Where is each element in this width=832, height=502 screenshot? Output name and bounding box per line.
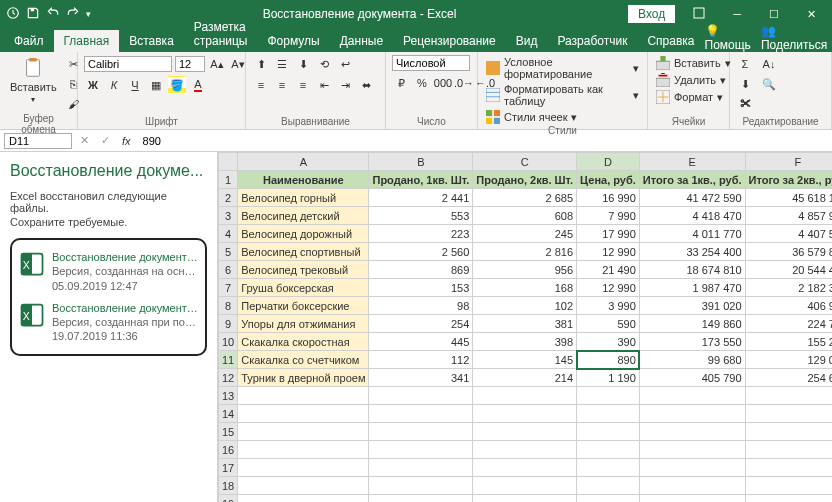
close-icon[interactable]: ✕ bbox=[797, 8, 826, 21]
cell[interactable]: Велосипед трековый bbox=[238, 261, 369, 279]
cell[interactable]: 45 618 150 bbox=[745, 189, 832, 207]
font-size-select[interactable] bbox=[175, 56, 205, 72]
cell[interactable]: Велосипед спортивный bbox=[238, 243, 369, 261]
currency-icon[interactable]: ₽ bbox=[392, 74, 410, 92]
cell[interactable] bbox=[369, 387, 473, 405]
cell[interactable]: Турник в дверной проем bbox=[238, 369, 369, 387]
cell[interactable] bbox=[238, 423, 369, 441]
tab-данные[interactable]: Данные bbox=[330, 30, 393, 52]
fill-color-button[interactable]: 🪣 bbox=[168, 76, 186, 94]
cell[interactable] bbox=[473, 477, 577, 495]
cell[interactable]: 445 bbox=[369, 333, 473, 351]
cell[interactable]: Скакалка со счетчиком bbox=[238, 351, 369, 369]
cell[interactable]: Упоры для отжимания bbox=[238, 315, 369, 333]
cell[interactable] bbox=[745, 495, 832, 503]
redo-icon[interactable] bbox=[66, 6, 80, 22]
cell[interactable]: 2 816 bbox=[473, 243, 577, 261]
cell[interactable]: 168 bbox=[473, 279, 577, 297]
cell[interactable]: 405 790 bbox=[639, 369, 745, 387]
conditional-format-button[interactable]: Условное форматирование ▾ bbox=[484, 55, 641, 81]
cell[interactable] bbox=[639, 405, 745, 423]
tab-разработчик[interactable]: Разработчик bbox=[547, 30, 637, 52]
cell[interactable] bbox=[639, 477, 745, 495]
cell[interactable]: 12 990 bbox=[577, 279, 640, 297]
cell[interactable]: 254 660 bbox=[745, 369, 832, 387]
cell[interactable]: 245 bbox=[473, 225, 577, 243]
col-header[interactable]: A bbox=[238, 153, 369, 171]
cell[interactable] bbox=[473, 459, 577, 477]
row-header[interactable]: 18 bbox=[219, 477, 238, 495]
cell[interactable]: 590 bbox=[577, 315, 640, 333]
cell[interactable]: 4 407 550 bbox=[745, 225, 832, 243]
row-header[interactable]: 13 bbox=[219, 387, 238, 405]
cell[interactable] bbox=[745, 441, 832, 459]
col-header[interactable]: E bbox=[639, 153, 745, 171]
cell[interactable]: 553 bbox=[369, 207, 473, 225]
cell[interactable] bbox=[745, 387, 832, 405]
help-link[interactable]: 💡 Помощь bbox=[705, 24, 751, 52]
cell[interactable]: 153 bbox=[369, 279, 473, 297]
cell[interactable] bbox=[238, 459, 369, 477]
cell[interactable] bbox=[369, 495, 473, 503]
row-header[interactable]: 10 bbox=[219, 333, 238, 351]
cell[interactable]: 17 990 bbox=[577, 225, 640, 243]
align-right-icon[interactable]: ≡ bbox=[294, 76, 312, 94]
cell[interactable]: 956 bbox=[473, 261, 577, 279]
cell[interactable]: 869 bbox=[369, 261, 473, 279]
header-cell[interactable]: Итого за 1кв., руб. bbox=[639, 171, 745, 189]
cell[interactable]: Перчатки боксерские bbox=[238, 297, 369, 315]
cell[interactable]: 4 011 770 bbox=[639, 225, 745, 243]
formula-input[interactable] bbox=[139, 135, 828, 147]
cell[interactable] bbox=[577, 423, 640, 441]
cell[interactable]: 390 bbox=[577, 333, 640, 351]
inc-decimal-icon[interactable]: .0→ bbox=[455, 74, 473, 92]
align-center-icon[interactable]: ≡ bbox=[273, 76, 291, 94]
cell[interactable]: 406 980 bbox=[745, 297, 832, 315]
fx-icon[interactable]: fx bbox=[118, 135, 135, 147]
cell[interactable]: 98 bbox=[369, 297, 473, 315]
col-header[interactable]: B bbox=[369, 153, 473, 171]
cell[interactable]: 41 472 590 bbox=[639, 189, 745, 207]
cell[interactable]: Груша боксерская bbox=[238, 279, 369, 297]
align-middle-icon[interactable]: ☰ bbox=[273, 55, 291, 73]
cell[interactable]: 33 254 400 bbox=[639, 243, 745, 261]
row-header[interactable]: 1 bbox=[219, 171, 238, 189]
tab-главная[interactable]: Главная bbox=[54, 30, 120, 52]
cell[interactable] bbox=[473, 441, 577, 459]
cell[interactable]: Велосипед детский bbox=[238, 207, 369, 225]
cell[interactable] bbox=[745, 477, 832, 495]
number-format-select[interactable] bbox=[392, 55, 470, 71]
row-header[interactable]: 14 bbox=[219, 405, 238, 423]
tab-вид[interactable]: Вид bbox=[506, 30, 548, 52]
row-header[interactable]: 15 bbox=[219, 423, 238, 441]
align-top-icon[interactable]: ⬆ bbox=[252, 55, 270, 73]
col-header[interactable]: F bbox=[745, 153, 832, 171]
cell[interactable]: 381 bbox=[473, 315, 577, 333]
cell[interactable]: 155 220 bbox=[745, 333, 832, 351]
name-box[interactable] bbox=[4, 133, 72, 149]
delete-cells-button[interactable]: Удалить ▾ bbox=[654, 72, 728, 88]
cell[interactable] bbox=[745, 423, 832, 441]
cell[interactable]: 3 990 bbox=[577, 297, 640, 315]
cell[interactable] bbox=[745, 405, 832, 423]
italic-button[interactable]: К bbox=[105, 76, 123, 94]
row-header[interactable]: 5 bbox=[219, 243, 238, 261]
cell[interactable]: 102 bbox=[473, 297, 577, 315]
col-header[interactable]: D bbox=[577, 153, 640, 171]
enter-formula-icon[interactable]: ✓ bbox=[97, 134, 114, 147]
cell[interactable] bbox=[577, 405, 640, 423]
wrap-text-icon[interactable]: ↩ bbox=[336, 55, 354, 73]
underline-button[interactable]: Ч bbox=[126, 76, 144, 94]
cell[interactable]: 224 790 bbox=[745, 315, 832, 333]
cell[interactable]: 16 990 bbox=[577, 189, 640, 207]
cell[interactable]: 341 bbox=[369, 369, 473, 387]
recovery-item[interactable]: XВосстановление документа...Версия, созд… bbox=[16, 246, 201, 297]
signin-button[interactable]: Вход bbox=[628, 5, 675, 23]
cell[interactable] bbox=[369, 405, 473, 423]
cell[interactable] bbox=[238, 405, 369, 423]
autosum-icon[interactable]: Σ bbox=[736, 55, 754, 73]
col-header[interactable]: C bbox=[473, 153, 577, 171]
find-select-icon[interactable]: 🔍 bbox=[758, 75, 780, 93]
row-header[interactable]: 4 bbox=[219, 225, 238, 243]
cell[interactable]: Скакалка скоростная bbox=[238, 333, 369, 351]
